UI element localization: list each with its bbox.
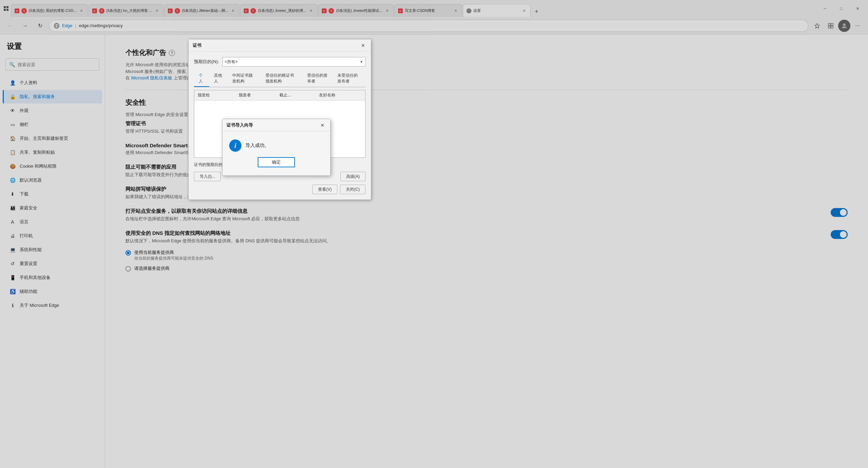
cert-purpose-label: 预期目的(N):	[194, 59, 219, 65]
cert-col-issuer[interactable]: 颁发者	[235, 90, 276, 100]
cert-purpose-section-label: 证书的预期目的	[194, 162, 222, 168]
cert-close-button[interactable]: 关闭(C)	[340, 185, 366, 194]
cert-col-issued-to[interactable]: 颁发给	[194, 90, 235, 100]
cert-tabs: 个人 其他人 中间证书颁发机构 受信任的根证书颁发机构 受信任的发布者 未受信任…	[194, 71, 366, 87]
import-dialog-body: i 导入成功。 确定	[222, 131, 330, 175]
cert-purpose-select[interactable]: <所有> ▼	[222, 57, 366, 67]
cert-import-button[interactable]: 导入(I)...	[194, 172, 221, 181]
cert-col-expires[interactable]: 截止...	[276, 90, 315, 100]
cert-left-actions: 导入(I)...	[194, 172, 221, 181]
cert-dialog-title: 证书	[193, 42, 201, 49]
import-message-row: i 导入成功。	[229, 139, 323, 152]
import-dialog-title-bar: 证书导入向导 ✕	[222, 119, 330, 131]
cert-dialog-close-btn[interactable]: ✕	[359, 42, 367, 49]
cert-tab-untrusted[interactable]: 未受信任的发布者	[333, 71, 366, 87]
cert-tab-personal[interactable]: 个人	[194, 71, 209, 87]
cert-purpose-value: <所有>	[225, 59, 238, 65]
import-dialog-close-btn[interactable]: ✕	[319, 121, 326, 129]
cert-right-actions: 高级(A)	[340, 172, 366, 181]
cert-col-friendly-name[interactable]: 友好名称	[316, 90, 365, 100]
cert-purpose-arrow: ▼	[360, 60, 363, 64]
cert-tab-trusted-publisher[interactable]: 受信任的发布者	[302, 71, 333, 87]
cert-bottom-actions: 查看(V) 关闭(C)	[194, 185, 366, 194]
cert-table: 颁发给 颁发者 截止... 友好名称	[194, 90, 365, 100]
dialog-overlay	[0, 0, 868, 468]
import-ok-button[interactable]: 确定	[258, 157, 295, 167]
cert-tab-trusted-root[interactable]: 受信任的根证书颁发机构	[261, 71, 302, 87]
import-message: 导入成功。	[245, 143, 269, 149]
import-success-icon: i	[229, 139, 241, 152]
import-dialog: 证书导入向导 ✕ i 导入成功。 确定	[222, 119, 331, 176]
cert-dialog-title-bar: 证书 ✕	[189, 39, 371, 52]
cert-view-button[interactable]: 查看(V)	[312, 185, 337, 194]
cert-tab-others[interactable]: 其他人	[209, 71, 228, 87]
cert-tab-intermediate[interactable]: 中间证书颁发机构	[228, 71, 260, 87]
import-dialog-title: 证书导入向导	[226, 122, 253, 128]
cert-advanced-button[interactable]: 高级(A)	[340, 172, 366, 181]
cert-purpose-row: 预期目的(N): <所有> ▼	[194, 57, 366, 67]
